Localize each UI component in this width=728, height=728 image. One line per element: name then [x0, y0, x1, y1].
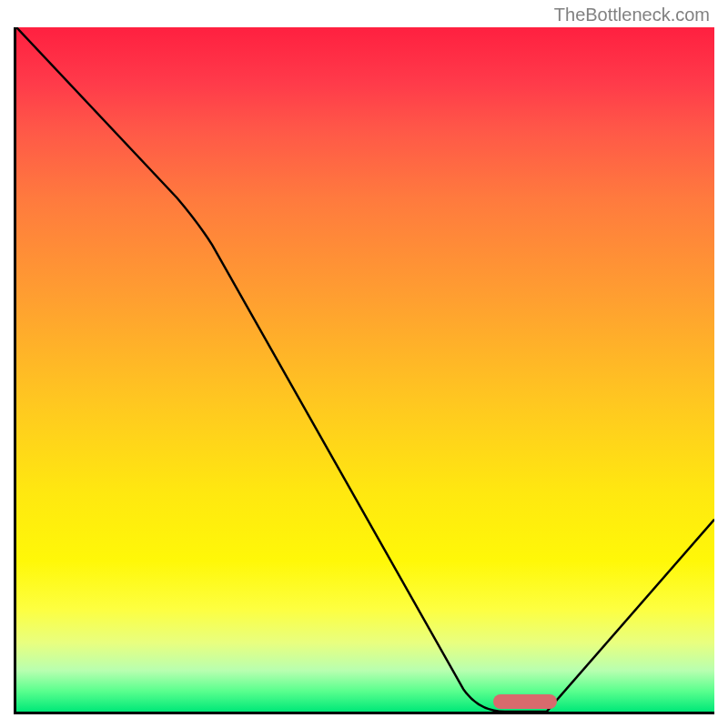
- watermark-text: TheBottleneck.com: [554, 5, 710, 25]
- chart-plot-area: [14, 27, 714, 714]
- chart-gradient-background: [16, 27, 714, 712]
- optimal-marker: [493, 694, 557, 709]
